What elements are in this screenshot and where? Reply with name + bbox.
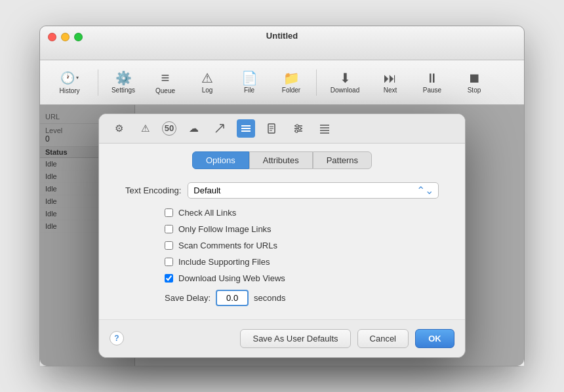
checkbox-row-check-all-links: Check All Links (165, 208, 439, 218)
folder-label: Folder (282, 87, 300, 94)
checkbox-row-download-web-views: Download Using Web Views (165, 273, 439, 283)
download-web-views-label[interactable]: Download Using Web Views (178, 273, 285, 283)
maximize-button[interactable] (74, 33, 83, 41)
scan-comments-label[interactable]: Scan Comments for URLs (178, 241, 277, 250)
dialog-body: Text Encoding: Default UTF-8 ISO-8859-1 … (99, 169, 465, 319)
svg-line-0 (216, 125, 224, 132)
dialog-tabs: Options Attributes Patterns (99, 144, 465, 169)
toolbar-item-pause[interactable]: ⏸ Pause (413, 64, 452, 101)
svg-rect-5 (241, 130, 251, 132)
save-delay-input[interactable]: 0.0 (216, 290, 249, 306)
cancel-button[interactable]: Cancel (357, 329, 409, 348)
checkbox-row-only-follow-image: Only Follow Image Links (165, 224, 439, 234)
file-icon: 📄 (241, 71, 258, 85)
pause-label: Pause (423, 87, 441, 94)
toolbar-item-history[interactable]: 🕐 ▾ History (47, 64, 92, 101)
dialog-icon-sliders[interactable] (289, 119, 308, 138)
settings-label: Settings (111, 87, 135, 94)
toolbar-item-stop[interactable]: ⏹ Stop (454, 64, 494, 101)
content-area: URL Level 0 Status Skip Idle ✕ Idle ✕ Id… (40, 105, 524, 366)
dialog-icon-gear[interactable]: ⚙ (110, 119, 128, 138)
check-all-links-label[interactable]: Check All Links (178, 208, 236, 218)
include-supporting-checkbox[interactable] (165, 258, 173, 266)
traffic-lights (48, 33, 83, 41)
folder-icon: 📁 (283, 71, 300, 85)
tab-options[interactable]: Options (192, 151, 249, 169)
download-icon: ⬇ (340, 71, 351, 85)
queue-label: Queue (155, 87, 175, 94)
dialog: ⚙ ⚠ 50 ☁ (98, 113, 466, 358)
svg-rect-4 (241, 128, 251, 129)
footer-left: ? (110, 331, 233, 345)
stop-icon: ⏹ (468, 71, 481, 85)
checkbox-row-scan-comments: Scan Comments for URLs (165, 241, 439, 250)
only-follow-image-label[interactable]: Only Follow Image Links (178, 224, 272, 234)
toolbar-item-queue[interactable]: ≡ Queue (146, 64, 185, 101)
text-encoding-select-wrap: Default UTF-8 ISO-8859-1 ⌃⌄ (188, 182, 439, 199)
dialog-icon-lines[interactable] (315, 119, 334, 138)
window-title: Untitled (266, 31, 298, 40)
file-label: File (244, 87, 254, 94)
title-bar: Untitled (40, 26, 524, 60)
include-supporting-label[interactable]: Include Supporting Files (178, 257, 270, 267)
next-icon: ⏭ (384, 71, 397, 85)
toolbar: 🕐 ▾ History ⚙️ Settings ≡ Queue ⚠ Log 📄 … (40, 60, 524, 105)
history-icon: 🕐 (60, 71, 75, 85)
log-label: Log (202, 87, 213, 94)
check-all-links-checkbox[interactable] (165, 208, 173, 217)
svg-point-13 (296, 125, 298, 127)
tab-attributes[interactable]: Attributes (249, 151, 313, 169)
toolbar-item-folder[interactable]: 📁 Folder (272, 64, 311, 101)
checkbox-row-include-supporting: Include Supporting Files (165, 257, 439, 267)
toolbar-separator-1 (98, 69, 98, 96)
toolbar-item-settings[interactable]: ⚙️ Settings (104, 64, 143, 101)
toolbar-item-log[interactable]: ⚠ Log (188, 64, 227, 101)
ok-button[interactable]: OK (415, 329, 454, 348)
scan-comments-checkbox[interactable] (165, 241, 173, 250)
tab-patterns[interactable]: Patterns (313, 151, 372, 169)
dialog-icon-cloud[interactable]: ☁ (184, 119, 203, 138)
dialog-icon-doc[interactable] (263, 119, 281, 138)
only-follow-image-checkbox[interactable] (165, 225, 173, 233)
dialog-icon-arrows[interactable] (211, 119, 229, 138)
save-delay-label: Save Delay: (165, 293, 211, 303)
log-icon: ⚠ (201, 71, 213, 85)
close-button[interactable] (48, 33, 56, 41)
history-dropdown-arrow: ▾ (76, 75, 79, 81)
save-defaults-button[interactable]: Save As User Defaults (240, 329, 350, 348)
dialog-icons-bar: ⚙ ⚠ 50 ☁ (99, 114, 465, 144)
toolbar-item-download[interactable]: ⬇ Download (322, 64, 368, 101)
next-label: Next (384, 87, 397, 94)
history-label: History (59, 87, 79, 94)
toolbar-separator-2 (316, 69, 317, 96)
dialog-icon-circle[interactable]: 50 (162, 121, 176, 136)
text-encoding-select[interactable]: Default UTF-8 ISO-8859-1 (188, 182, 439, 199)
save-delay-row: Save Delay: 0.0 seconds (165, 290, 439, 306)
dialog-icon-warning[interactable]: ⚠ (136, 119, 154, 138)
svg-point-15 (295, 130, 298, 132)
text-encoding-row: Text Encoding: Default UTF-8 ISO-8859-1 … (125, 182, 439, 199)
help-button[interactable]: ? (110, 331, 124, 345)
main-window: Untitled 🕐 ▾ History ⚙️ Settings ≡ Queue… (39, 26, 525, 366)
queue-icon: ≡ (161, 71, 170, 85)
save-delay-unit: seconds (254, 293, 285, 303)
download-web-views-checkbox[interactable] (165, 274, 173, 283)
minimize-button[interactable] (61, 33, 70, 41)
download-label: Download (331, 87, 359, 94)
stop-label: Stop (468, 87, 481, 94)
dialog-icon-list[interactable] (237, 119, 255, 138)
dialog-footer: ? Save As User Defaults Cancel OK (99, 319, 465, 357)
svg-rect-3 (241, 125, 251, 127)
svg-point-14 (298, 127, 301, 130)
modal-overlay: ⚙ ⚠ 50 ☁ (40, 105, 524, 366)
toolbar-item-next[interactable]: ⏭ Next (371, 64, 410, 101)
pause-icon: ⏸ (426, 71, 439, 85)
toolbar-item-file[interactable]: 📄 File (230, 64, 269, 101)
text-encoding-label: Text Encoding: (125, 186, 181, 195)
settings-icon: ⚙️ (115, 71, 132, 85)
